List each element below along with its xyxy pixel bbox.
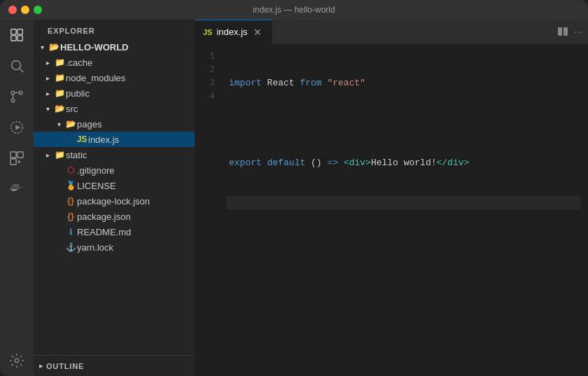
- split-editor-icon[interactable]: [557, 26, 568, 37]
- folder-open-icon: 📂: [64, 119, 77, 129]
- svg-rect-12: [18, 152, 23, 158]
- maximize-button[interactable]: [34, 6, 42, 14]
- svg-rect-16: [564, 27, 568, 36]
- sidebar-header: Explorer: [34, 20, 195, 39]
- tab-toolbar: ···: [557, 20, 588, 43]
- window-controls: [8, 6, 42, 14]
- yarn-lock-label: yarn.lock: [77, 242, 189, 253]
- file-tree: ▾ 📂 HELLO-WORLD ▸ 📁 .cache ▸ 📁 node_modu…: [34, 39, 195, 355]
- docker-activity-icon[interactable]: [7, 179, 27, 199]
- svg-rect-3: [18, 36, 22, 41]
- folder-open-icon: 📂: [53, 104, 66, 113]
- svg-point-14: [15, 358, 19, 363]
- debug-activity-icon[interactable]: [7, 118, 27, 137]
- json-file-icon: {}: [64, 211, 77, 221]
- activity-bar-bottom: [7, 351, 27, 376]
- node-modules-label: node_modules: [66, 73, 189, 83]
- outline-section[interactable]: ▸ OUTLINE: [34, 355, 195, 376]
- code-line-4: [226, 196, 581, 209]
- tab-index-js[interactable]: JS index.js ✕: [195, 20, 272, 43]
- license-file-icon: 🏅: [64, 181, 77, 190]
- json-file-icon: {}: [64, 196, 77, 206]
- cache-label: .cache: [66, 57, 189, 68]
- chevron-right-icon: ▸: [39, 362, 43, 370]
- extensions-activity-icon[interactable]: [7, 148, 27, 168]
- chevron-right-icon: ▸: [42, 151, 53, 159]
- tree-item-package-lock[interactable]: {} package-lock.json: [34, 193, 195, 209]
- tree-item-yarn-lock[interactable]: ⚓ yarn.lock: [34, 239, 195, 255]
- tree-item-public[interactable]: ▸ 📁 public: [34, 85, 195, 101]
- code-editor[interactable]: 1 2 3 4 import React from "react" export…: [195, 44, 588, 376]
- tree-root-hello-world[interactable]: ▾ 📂 HELLO-WORLD: [34, 39, 195, 55]
- folder-icon: 📁: [53, 88, 66, 98]
- chevron-down-icon: ▾: [42, 105, 53, 113]
- chevron-down-icon: ▾: [36, 43, 48, 51]
- source-control-activity-icon[interactable]: [7, 87, 27, 106]
- folder-icon: 📁: [53, 150, 66, 160]
- more-actions-icon[interactable]: ···: [574, 26, 582, 37]
- static-label: static: [66, 150, 189, 160]
- settings-activity-icon[interactable]: [7, 351, 27, 370]
- tree-item-cache[interactable]: ▸ 📁 .cache: [34, 55, 195, 70]
- md-file-icon: ℹ: [64, 227, 77, 237]
- close-button[interactable]: [8, 6, 17, 14]
- minimize-button[interactable]: [21, 6, 29, 14]
- svg-rect-13: [10, 159, 16, 165]
- tab-close-button[interactable]: ✕: [252, 27, 263, 38]
- chevron-right-icon: ▸: [42, 74, 53, 82]
- svg-rect-0: [11, 29, 16, 34]
- tree-item-pages[interactable]: ▾ 📂 pages: [34, 116, 195, 132]
- svg-point-4: [12, 61, 21, 70]
- svg-line-5: [20, 69, 23, 72]
- tree-item-static[interactable]: ▸ 📁 static: [34, 147, 195, 162]
- outline-label: OUTLINE: [46, 362, 84, 370]
- code-line-2: [226, 116, 581, 130]
- tree-item-gitignore[interactable]: ⬡ .gitignore: [34, 162, 195, 178]
- tree-item-package-json[interactable]: {} package.json: [34, 209, 195, 224]
- main-container: Explorer ▾ 📂 HELLO-WORLD ▸ 📁 .cache ▸ 📁 …: [0, 20, 588, 376]
- folder-icon: 📁: [53, 57, 66, 67]
- public-label: public: [66, 88, 189, 99]
- yarn-file-icon: ⚓: [64, 242, 77, 252]
- editor-area: JS index.js ✕ ··· 1 2 3 4: [195, 20, 588, 376]
- code-content[interactable]: import React from "react" export default…: [226, 44, 581, 376]
- chevron-down-icon: ▾: [53, 120, 64, 128]
- svg-point-7: [19, 91, 22, 95]
- readme-label: README.md: [77, 227, 189, 237]
- svg-point-6: [11, 99, 15, 102]
- explorer-activity-icon[interactable]: [7, 25, 27, 45]
- chevron-right-icon: ▸: [42, 90, 53, 97]
- tree-item-license[interactable]: 🏅 LICENSE: [34, 178, 195, 193]
- line-numbers: 1 2 3 4: [195, 44, 226, 376]
- svg-rect-1: [18, 29, 22, 34]
- titlebar: index.js — hello-world: [0, 0, 588, 20]
- package-lock-label: package-lock.json: [77, 196, 189, 207]
- svg-point-8: [11, 91, 15, 95]
- folder-open-icon: 📂: [48, 42, 60, 52]
- pages-label: pages: [77, 119, 189, 130]
- tab-bar: JS index.js ✕ ···: [195, 20, 588, 44]
- tree-item-node-modules[interactable]: ▸ 📁 node_modules: [34, 70, 195, 85]
- svg-marker-10: [15, 125, 20, 130]
- svg-rect-11: [10, 152, 16, 158]
- window-title: index.js — hello-world: [253, 5, 335, 15]
- tree-item-readme[interactable]: ℹ README.md: [34, 224, 195, 239]
- tree-item-index-js[interactable]: JS index.js: [34, 132, 195, 147]
- tab-label: index.js: [216, 27, 247, 37]
- tab-js-icon: JS: [203, 28, 212, 36]
- code-line-3: export default () => <div>Hello world!</…: [226, 156, 581, 169]
- editor-scrollbar[interactable]: [581, 44, 588, 376]
- sidebar: Explorer ▾ 📂 HELLO-WORLD ▸ 📁 .cache ▸ 📁 …: [34, 20, 195, 376]
- package-json-label: package.json: [77, 211, 189, 222]
- activity-bar: [0, 20, 34, 376]
- chevron-right-icon: ▸: [42, 59, 53, 67]
- code-line-1: import React from "react": [226, 76, 581, 90]
- git-file-icon: ⬡: [64, 165, 77, 175]
- folder-icon: 📁: [53, 73, 66, 83]
- svg-rect-15: [558, 27, 562, 36]
- src-label: src: [66, 104, 189, 114]
- search-activity-icon[interactable]: [7, 56, 27, 76]
- license-label: LICENSE: [77, 181, 189, 191]
- tree-item-src[interactable]: ▾ 📂 src: [34, 101, 195, 116]
- root-label: HELLO-WORLD: [60, 42, 189, 53]
